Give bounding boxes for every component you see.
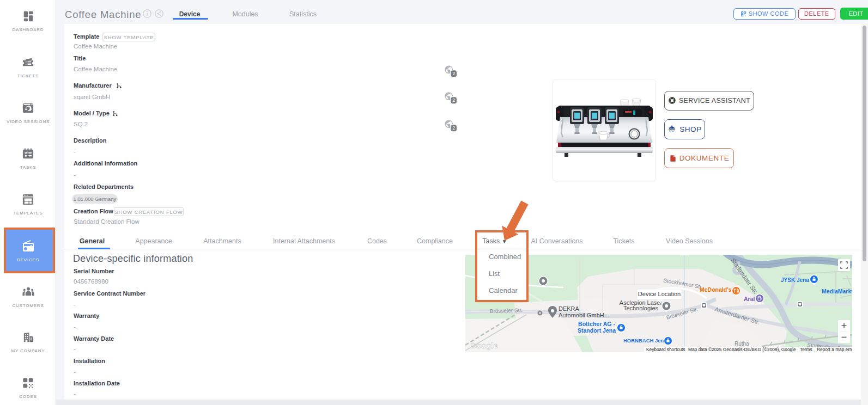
svg-text:Aral: Aral bbox=[744, 296, 755, 302]
svg-text:Standort Jena: Standort Jena bbox=[578, 327, 616, 334]
svg-text:2: 2 bbox=[452, 125, 455, 131]
svg-text:Map data ©2025 GeoBasis-DE/BKG: Map data ©2025 GeoBasis-DE/BKG (©2009), … bbox=[688, 347, 796, 352]
svg-text:DEKRA: DEKRA bbox=[559, 305, 580, 312]
svg-text:MediaMarkt: MediaMarkt bbox=[822, 288, 852, 294]
svg-text:McDonald's: McDonald's bbox=[700, 286, 732, 293]
svg-text:Automobil GmbH...: Automobil GmbH... bbox=[559, 312, 609, 318]
svg-text:Google: Google bbox=[470, 341, 498, 350]
svg-text:Keyboard shortcuts: Keyboard shortcuts bbox=[646, 347, 685, 352]
svg-text:2: 2 bbox=[452, 71, 455, 76]
svg-text:JYSK Jena: JYSK Jena bbox=[781, 277, 809, 283]
svg-text:Rutha: Rutha bbox=[735, 341, 749, 347]
svg-text:HORNBACH Jena: HORNBACH Jena bbox=[623, 338, 667, 343]
svg-text:2: 2 bbox=[452, 97, 455, 103]
svg-text:Brüsseler Str.: Brüsseler Str. bbox=[490, 307, 523, 314]
svg-text:Technologies: Technologies bbox=[623, 305, 659, 311]
svg-text:Report a map error: Report a map error bbox=[817, 347, 852, 352]
svg-text:Device Location: Device Location bbox=[638, 291, 681, 297]
svg-text:Terms: Terms bbox=[800, 347, 812, 352]
svg-text:Böttcher AG -: Böttcher AG - bbox=[578, 321, 615, 327]
